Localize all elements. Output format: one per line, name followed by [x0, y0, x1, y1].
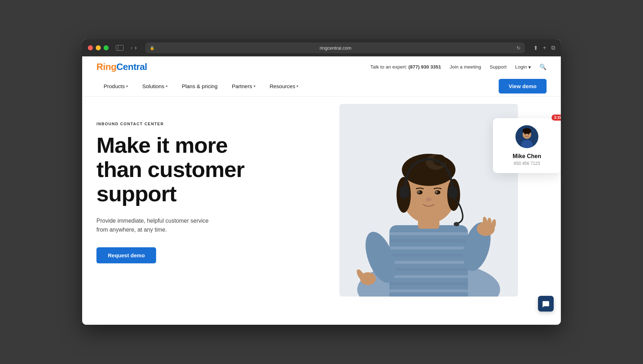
join-meeting-link[interactable]: Join a meeting [450, 64, 481, 70]
hero-title: Make it more than customer support [96, 133, 296, 206]
nav-item-products[interactable]: Products ▾ [96, 77, 135, 95]
hero-title-line1: Make it more [96, 133, 228, 157]
nav-bar: Products ▾ Solutions ▾ Plans & pricing P… [96, 77, 547, 96]
logo-ring: Ring [96, 61, 116, 72]
call-timer: 3:15 [552, 115, 561, 121]
nav-item-plans[interactable]: Plans & pricing [175, 77, 225, 95]
nav-item-resources[interactable]: Resources ▾ [263, 77, 306, 95]
svg-point-35 [454, 222, 459, 226]
partners-chevron-icon: ▾ [254, 84, 255, 88]
site-logo[interactable]: RingCentral [96, 61, 147, 72]
hero-section: INBOUND CONTACT CENTER Make it more than… [82, 97, 561, 322]
svg-rect-3 [389, 232, 468, 235]
view-demo-button[interactable]: View demo [499, 79, 547, 93]
nav-products-label: Products [104, 83, 125, 89]
site-header: RingCentral Talk to an expert: (877) 930… [82, 56, 561, 97]
traffic-lights [88, 45, 109, 50]
svg-rect-7 [389, 261, 468, 264]
browser-actions: ⬆ + ⧉ [533, 45, 555, 51]
forward-button[interactable]: › [135, 45, 136, 51]
maximize-button[interactable] [104, 45, 109, 50]
caller-avatar [515, 125, 538, 148]
logo-central: Central [116, 61, 147, 72]
top-bar: RingCentral Talk to an expert: (877) 930… [96, 56, 547, 77]
search-icon[interactable]: 🔍 [539, 64, 547, 70]
address-bar[interactable]: 🔒 ringcentral.com ↻ [145, 42, 525, 53]
hero-desc-line1: Provide immediate, helpful customer serv… [96, 218, 209, 224]
chat-widget[interactable] [538, 296, 554, 312]
hero-desc-line2: from anywhere, at any time. [96, 227, 167, 233]
browser-window: ‹ › 🔒 ringcentral.com ↻ ⬆ + ⧉ RingCentra… [82, 39, 561, 325]
close-button[interactable] [88, 45, 93, 50]
svg-point-40 [523, 128, 531, 134]
browser-chrome: ‹ › 🔒 ringcentral.com ↻ ⬆ + ⧉ [82, 39, 561, 56]
call-card: 3:15 [493, 118, 561, 173]
svg-rect-4 [389, 239, 468, 242]
products-chevron-icon: ▾ [126, 84, 128, 88]
svg-rect-11 [389, 289, 468, 292]
svg-point-30 [418, 191, 420, 193]
sidebar-toggle-button[interactable] [116, 45, 124, 51]
lock-icon: 🔒 [150, 46, 155, 50]
nav-items: Products ▾ Solutions ▾ Plans & pricing P… [96, 77, 305, 95]
support-link[interactable]: Support [490, 64, 507, 70]
hero-agent-illustration [339, 104, 518, 297]
back-button[interactable]: ‹ [131, 45, 133, 51]
nav-resources-label: Resources [270, 83, 295, 89]
svg-point-33 [399, 186, 409, 199]
website-content: RingCentral Talk to an expert: (877) 930… [82, 56, 561, 325]
svg-rect-8 [389, 268, 468, 271]
login-chevron-icon: ▾ [528, 64, 531, 70]
nav-partners-label: Partners [232, 83, 252, 89]
share-icon[interactable]: ⬆ [533, 45, 538, 51]
refresh-icon[interactable]: ↻ [517, 45, 520, 51]
solutions-chevron-icon: ▾ [166, 84, 168, 88]
nav-solutions-label: Solutions [142, 83, 164, 89]
hero-content: INBOUND CONTACT CENTER Make it more than… [96, 118, 296, 322]
url-text: ringcentral.com [158, 45, 514, 51]
svg-rect-6 [389, 254, 468, 257]
nav-item-solutions[interactable]: Solutions ▾ [135, 77, 175, 95]
header-right: Talk to an expert: (877) 930 3351 Join a… [370, 64, 547, 70]
expert-label: Talk to an expert: [370, 64, 407, 70]
login-button[interactable]: Login ▾ [515, 64, 531, 70]
hero-title-line3: support [96, 181, 176, 206]
expert-text: Talk to an expert: (877) 930 3351 [370, 64, 441, 70]
svg-point-17 [487, 218, 492, 228]
svg-rect-5 [389, 247, 468, 249]
request-demo-button[interactable]: Request demo [96, 247, 156, 263]
nav-arrows: ‹ › [131, 45, 137, 51]
caller-name: Mike Chen [500, 153, 554, 160]
login-label: Login [515, 64, 527, 70]
nav-plans-label: Plans & pricing [182, 83, 218, 89]
hero-description: Provide immediate, helpful customer serv… [96, 216, 246, 234]
caller-number: 650 456 7123 [500, 161, 554, 166]
nav-item-partners[interactable]: Partners ▾ [225, 77, 263, 95]
tabs-icon[interactable]: ⧉ [551, 45, 555, 51]
hero-label: INBOUND CONTACT CENTER [96, 122, 296, 126]
minimize-button[interactable] [96, 45, 101, 50]
svg-point-31 [435, 191, 438, 193]
svg-rect-9 [389, 275, 468, 278]
resources-chevron-icon: ▾ [296, 84, 298, 88]
svg-point-32 [426, 198, 432, 201]
hero-image-area: 3:15 [339, 104, 561, 304]
svg-rect-10 [389, 282, 468, 285]
hero-title-line2: than customer [96, 157, 244, 182]
new-tab-icon[interactable]: + [543, 45, 546, 51]
expert-phone[interactable]: (877) 930 3351 [408, 64, 441, 70]
